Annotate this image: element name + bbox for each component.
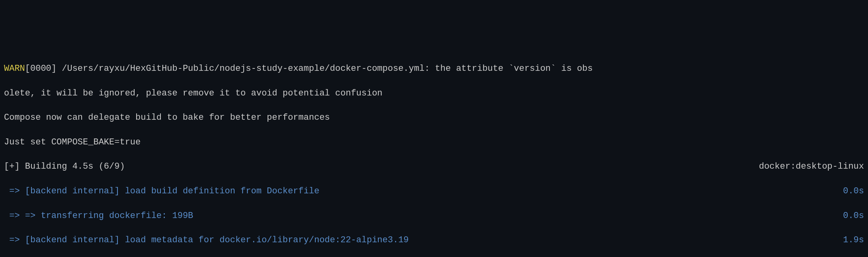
step-time: 1.9s <box>835 234 864 247</box>
building-status-line: [+] Building 4.5s (6/9)docker:desktop-li… <box>4 161 864 173</box>
step-time: 0.0s <box>835 185 864 198</box>
docker-context: docker:desktop-linux <box>751 161 864 173</box>
warn-msg-1: /Users/rayxu/HexGitHub-Public/nodejs-stu… <box>57 64 593 74</box>
build-step: => [backend internal] load metadata for … <box>4 234 864 247</box>
step-time: 0.0s <box>835 210 864 222</box>
compose-info-1: Compose now can delegate build to bake f… <box>4 112 864 124</box>
warn-label: WARN <box>4 64 25 74</box>
step-text: transferring dockerfile: 199B <box>41 211 193 221</box>
compose-info-2: Just set COMPOSE_BAKE=true <box>4 136 864 149</box>
warn-code: [0000] <box>25 64 57 74</box>
step-text: [backend internal] load build definition… <box>25 186 319 196</box>
step-prefix: => <box>4 235 25 245</box>
build-step: => [backend internal] load build definit… <box>4 185 864 198</box>
warn-line-1: WARN[0000] /Users/rayxu/HexGitHub-Public… <box>4 63 864 75</box>
building-status: [+] Building 4.5s (6/9) <box>4 161 125 173</box>
warn-line-2: olete, it will be ignored, please remove… <box>4 88 864 100</box>
step-prefix: => => <box>4 211 41 221</box>
step-prefix: => <box>4 186 25 196</box>
build-step: => => transferring dockerfile: 199B0.0s <box>4 210 864 222</box>
terminal-output: WARN[0000] /Users/rayxu/HexGitHub-Public… <box>4 51 864 257</box>
step-text: [backend internal] load metadata for doc… <box>25 235 409 245</box>
